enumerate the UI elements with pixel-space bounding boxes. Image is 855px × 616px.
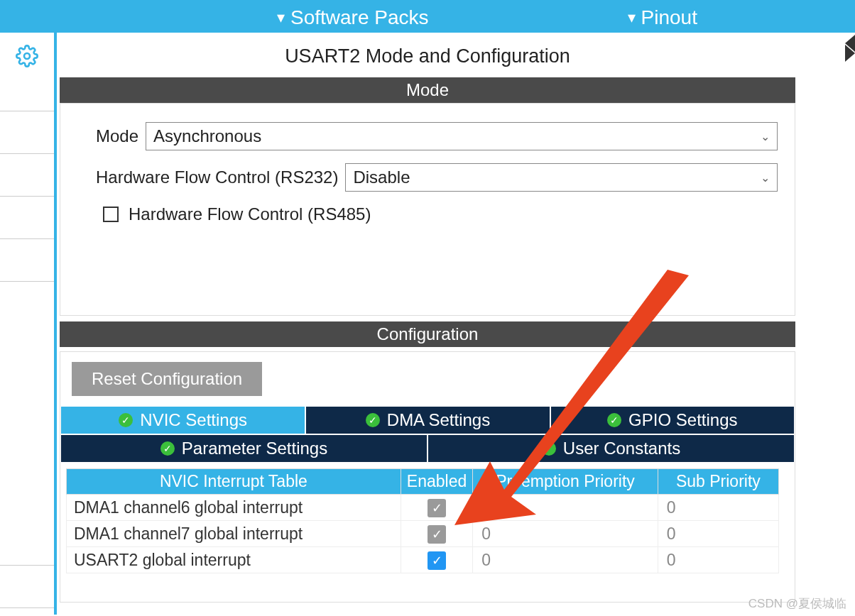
tabs-row1: ✓ NVIC Settings ✓ DMA Settings ✓ GPIO Se… <box>60 406 795 434</box>
pinout-dropdown[interactable]: ▾ Pinout <box>628 6 697 29</box>
table-row[interactable]: DMA1 channel6 global interrupt✓00 <box>67 495 779 521</box>
col-interrupt-table: NVIC Interrupt Table <box>67 469 401 495</box>
triangle-right-icon <box>845 45 855 62</box>
preempt-priority[interactable]: 0 <box>473 547 658 573</box>
check-circle-icon: ✓ <box>119 413 133 427</box>
enabled-cell: ✓ <box>401 495 473 521</box>
hw-rs232-select[interactable]: Disable ⌄ <box>345 163 778 192</box>
interrupt-name: DMA1 channel6 global interrupt <box>67 495 401 521</box>
preempt-priority[interactable]: 0 <box>473 495 658 521</box>
col-sub: Sub Priority <box>658 469 778 495</box>
top-bar: ▾ Software Packs ▾ Pinout <box>0 0 855 33</box>
tab-label: User Constants <box>563 439 680 458</box>
col-preempt: Preemption Priority <box>473 469 658 495</box>
tab-parameter-settings[interactable]: ✓ Parameter Settings <box>60 434 428 463</box>
tab-nvic-settings[interactable]: ✓ NVIC Settings <box>60 406 305 434</box>
side-panel <box>0 33 57 615</box>
reset-config-button[interactable]: Reset Configuration <box>72 362 262 396</box>
check-circle-icon: ✓ <box>160 441 175 456</box>
mode-band: Mode <box>60 77 795 103</box>
chevron-down-icon: ⌄ <box>761 130 770 143</box>
tab-gpio-settings[interactable]: ✓ GPIO Settings <box>550 406 795 434</box>
enabled-checkbox: ✓ <box>428 499 446 517</box>
hw-rs485-label: Hardware Flow Control (RS485) <box>129 204 371 224</box>
mode-area: Mode Asynchronous ⌄ Hardware Flow Contro… <box>60 103 795 316</box>
softwarepacks-dropdown[interactable]: ▾ Software Packs <box>277 6 429 29</box>
check-circle-icon: ✓ <box>607 413 621 427</box>
config-band: Configuration <box>60 321 795 347</box>
tab-label: DMA Settings <box>387 410 490 430</box>
check-circle-icon: ✓ <box>542 441 556 456</box>
hw-rs232-value: Disable <box>353 167 410 187</box>
main-panel: USART2 Mode and Configuration Mode Mode … <box>60 33 795 609</box>
side-item[interactable] <box>0 607 54 616</box>
enabled-checkbox: ✓ <box>428 525 446 544</box>
tab-label: NVIC Settings <box>140 410 247 430</box>
hw-rs232-label: Hardware Flow Control (RS232) <box>96 167 338 187</box>
side-item[interactable] <box>0 196 54 238</box>
hw-rs485-checkbox[interactable] <box>103 207 119 222</box>
side-item[interactable] <box>0 565 54 607</box>
side-item[interactable] <box>0 153 54 196</box>
nvic-table: NVIC Interrupt Table Enabled Preemption … <box>66 468 779 573</box>
side-item[interactable] <box>0 281 54 324</box>
sub-priority[interactable]: 0 <box>658 547 778 573</box>
side-item[interactable] <box>0 111 54 153</box>
tab-label: GPIO Settings <box>628 410 737 430</box>
pinout-label: Pinout <box>641 6 697 29</box>
col-enabled: Enabled <box>401 469 473 495</box>
tabs-row2: ✓ Parameter Settings ✓ User Constants <box>60 434 795 463</box>
svg-point-0 <box>24 53 30 59</box>
chevron-down-icon: ⌄ <box>761 171 770 185</box>
preempt-priority[interactable]: 0 <box>473 521 658 547</box>
enabled-cell: ✓ <box>401 521 473 547</box>
mode-select[interactable]: Asynchronous ⌄ <box>146 122 778 150</box>
sub-priority[interactable]: 0 <box>658 521 778 547</box>
enabled-checkbox[interactable]: ✓ <box>428 551 446 570</box>
mode-value: Asynchronous <box>153 126 261 146</box>
enabled-cell: ✓ <box>401 547 473 573</box>
mode-label: Mode <box>96 126 138 146</box>
chevron-down-icon: ▾ <box>628 9 636 27</box>
config-block: Reset Configuration ✓ NVIC Settings ✓ DM… <box>60 351 795 603</box>
chevron-down-icon: ▾ <box>277 9 285 27</box>
gear-icon <box>16 45 38 70</box>
side-item[interactable] <box>0 238 54 281</box>
panel-title: USART2 Mode and Configuration <box>60 33 795 77</box>
sub-priority[interactable]: 0 <box>658 495 778 521</box>
tab-user-constants[interactable]: ✓ User Constants <box>428 434 795 463</box>
watermark: CSDN @夏侯城临 <box>748 595 846 612</box>
table-row[interactable]: USART2 global interrupt✓00 <box>67 547 779 573</box>
software-packs-label: Software Packs <box>290 6 429 29</box>
check-circle-icon: ✓ <box>366 413 380 427</box>
tab-dma-settings[interactable]: ✓ DMA Settings <box>305 406 550 434</box>
tab-label: Parameter Settings <box>182 439 327 458</box>
table-row[interactable]: DMA1 channel7 global interrupt✓00 <box>67 521 779 547</box>
collapse-indicator[interactable] <box>845 35 855 56</box>
interrupt-name: DMA1 channel7 global interrupt <box>67 521 401 547</box>
gear-button[interactable] <box>0 33 54 82</box>
interrupt-name: USART2 global interrupt <box>67 547 401 573</box>
